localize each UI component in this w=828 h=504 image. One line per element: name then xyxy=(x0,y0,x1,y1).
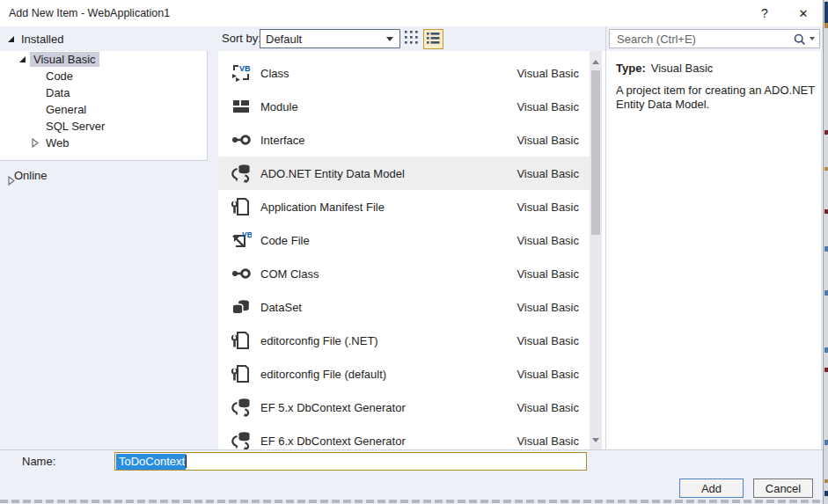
list-view-icon xyxy=(427,32,440,47)
svg-text:VB: VB xyxy=(239,64,251,73)
name-input-selected-text: ToDoContext xyxy=(116,454,186,470)
template-item-label: Class xyxy=(260,67,517,80)
template-item-language: Visual Basic xyxy=(517,368,579,381)
search-icon[interactable] xyxy=(793,33,815,46)
add-new-item-dialog: Add New Item - WebApplication1 ? ✕ Insta… xyxy=(0,0,828,504)
template-item-ef-6-x-dbcontext-generator[interactable]: EF 6.x DbContext Generator Visual Basic xyxy=(218,424,590,449)
template-item-language: Visual Basic xyxy=(517,234,579,247)
template-item-language: Visual Basic xyxy=(517,134,579,147)
template-item-language: Visual Basic xyxy=(517,301,579,314)
vb-class-icon: VB xyxy=(231,62,252,84)
entity-data-model-icon xyxy=(231,430,252,449)
template-item-language: Visual Basic xyxy=(517,401,579,414)
search-box xyxy=(609,29,820,48)
template-item-label: Code File xyxy=(260,234,517,247)
template-item-label: Module xyxy=(260,100,517,113)
vb-code-file-icon: VB xyxy=(231,230,252,251)
template-item-label: ADO.NET Entity Data Model xyxy=(260,167,517,180)
manifest-file-icon xyxy=(231,330,252,351)
list-scrollbar[interactable] xyxy=(590,51,602,449)
template-item-interface[interactable]: Interface Visual Basic xyxy=(218,123,590,157)
manifest-file-icon xyxy=(231,363,252,384)
template-item-label: Interface xyxy=(260,134,517,147)
template-item-label: Application Manifest File xyxy=(260,201,517,214)
sidebar-item-general[interactable]: General xyxy=(0,101,207,118)
template-item-language: Visual Basic xyxy=(517,167,579,180)
template-item-class[interactable]: VB Class Visual Basic xyxy=(218,56,590,90)
svg-text:VB: VB xyxy=(242,230,252,239)
small-icons-view-button[interactable] xyxy=(401,29,421,49)
interface-icon xyxy=(231,129,252,150)
template-item-language: Visual Basic xyxy=(517,100,579,113)
module-icon xyxy=(231,96,252,117)
template-item-language: Visual Basic xyxy=(517,334,579,347)
online-label: Online xyxy=(14,169,48,182)
sidebar-item-label: Web xyxy=(42,135,73,150)
type-label: Type: xyxy=(616,62,646,75)
sort-by-label: Sort by: xyxy=(222,32,261,45)
template-item-module[interactable]: Module Visual Basic xyxy=(218,90,590,123)
entity-data-model-icon xyxy=(231,397,252,418)
sidebar-item-label: Code xyxy=(42,69,77,84)
template-item-editorconfig-file-default-[interactable]: editorconfig File (default) Visual Basic xyxy=(218,357,590,391)
sidebar-item-visual-basic[interactable]: Visual Basic xyxy=(0,51,207,68)
sort-by-value: Default xyxy=(266,33,386,46)
search-options-chevron-icon[interactable] xyxy=(810,37,815,40)
template-item-language: Visual Basic xyxy=(517,201,579,214)
cancel-button[interactable]: Cancel xyxy=(753,478,813,498)
sort-by-dropdown[interactable]: Default xyxy=(260,29,400,48)
sidebar-item-label: General xyxy=(42,102,90,117)
sidebar-item-web[interactable]: Web xyxy=(0,135,207,151)
template-item-language: Visual Basic xyxy=(517,267,579,281)
small-icons-view-icon xyxy=(405,31,418,47)
sidebar-item-label: Visual Basic xyxy=(30,52,99,67)
template-item-application-manifest-file[interactable]: Application Manifest File Visual Basic xyxy=(218,190,590,223)
template-item-ado-net-entity-data-model[interactable]: ADO.NET Entity Data Model Visual Basic xyxy=(218,157,590,190)
scroll-up-icon[interactable] xyxy=(592,60,599,64)
sidebar-item-sql-server[interactable]: SQL Server xyxy=(0,118,207,135)
sidebar-item-label: SQL Server xyxy=(42,119,108,134)
dataset-icon xyxy=(231,296,252,318)
cancel-button-label: Cancel xyxy=(766,482,801,495)
add-button[interactable]: Add xyxy=(679,478,744,498)
template-description: A project item for creating an ADO.NET E… xyxy=(616,84,827,112)
template-item-dataset[interactable]: DataSet Visual Basic xyxy=(218,290,590,324)
name-label: Name: xyxy=(22,455,55,468)
window-title: Add New Item - WebApplication1 xyxy=(9,7,170,19)
manifest-file-icon xyxy=(231,196,252,217)
template-item-label: DataSet xyxy=(260,301,517,314)
template-list: VB Class Visual Basic Module Visual Basi… xyxy=(218,51,590,449)
interface-icon xyxy=(231,263,252,284)
sidebar-item-data[interactable]: Data xyxy=(0,84,207,101)
expanded-triangle-icon xyxy=(8,36,14,42)
scrollbar-thumb[interactable] xyxy=(591,70,600,235)
name-input[interactable]: ToDoContext xyxy=(114,452,587,471)
close-icon: ✕ xyxy=(799,7,809,20)
template-item-label: COM Class xyxy=(260,267,517,281)
template-item-code-file[interactable]: VB Code File Visual Basic xyxy=(218,223,590,257)
text-caret xyxy=(186,455,187,468)
expanded-triangle-icon xyxy=(19,56,26,62)
scroll-down-icon[interactable] xyxy=(592,438,599,442)
titlebar: Add New Item - WebApplication1 ? ✕ xyxy=(0,0,823,26)
installed-label: Installed xyxy=(21,33,63,46)
list-view-button[interactable] xyxy=(423,29,443,49)
template-item-editorconfig-file-net-[interactable]: editorconfig File (.NET) Visual Basic xyxy=(218,324,590,357)
help-icon: ? xyxy=(761,6,768,20)
sidebar-item-installed[interactable]: Installed xyxy=(0,29,211,48)
search-input[interactable] xyxy=(615,32,793,47)
type-value: Visual Basic xyxy=(651,62,714,75)
sidebar-item-online[interactable]: Online xyxy=(0,167,211,184)
template-item-com-class[interactable]: COM Class Visual Basic xyxy=(218,257,590,290)
close-button[interactable]: ✕ xyxy=(784,0,823,26)
background-dashes xyxy=(0,500,828,503)
sidebar-item-code[interactable]: Code xyxy=(0,68,207,84)
background-edge-strip xyxy=(823,0,828,504)
template-item-label: editorconfig File (default) xyxy=(260,368,517,381)
template-item-label: editorconfig File (.NET) xyxy=(260,334,517,347)
add-button-label: Add xyxy=(701,482,722,495)
help-button[interactable]: ? xyxy=(745,0,784,26)
chevron-down-icon xyxy=(386,37,393,41)
template-item-ef-5-x-dbcontext-generator[interactable]: EF 5.x DbContext Generator Visual Basic xyxy=(218,391,590,424)
template-item-label: EF 6.x DbContext Generator xyxy=(260,435,517,448)
